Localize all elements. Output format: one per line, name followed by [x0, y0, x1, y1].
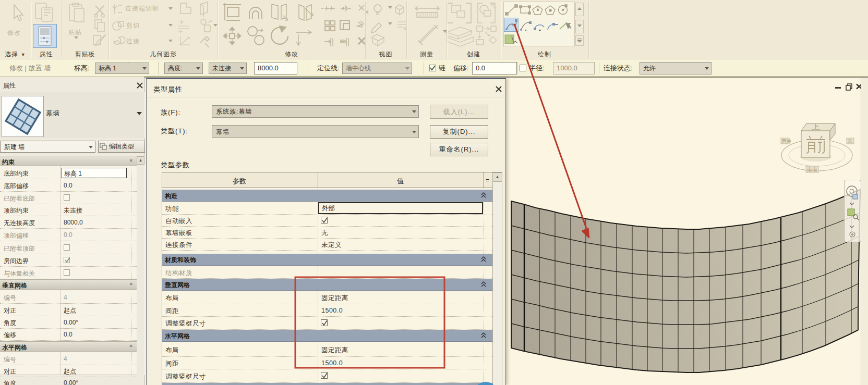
- svg-text:南南: 南南: [807, 167, 817, 172]
- svg-text:东: 东: [847, 139, 852, 144]
- svg-text:西南: 西南: [782, 139, 791, 144]
